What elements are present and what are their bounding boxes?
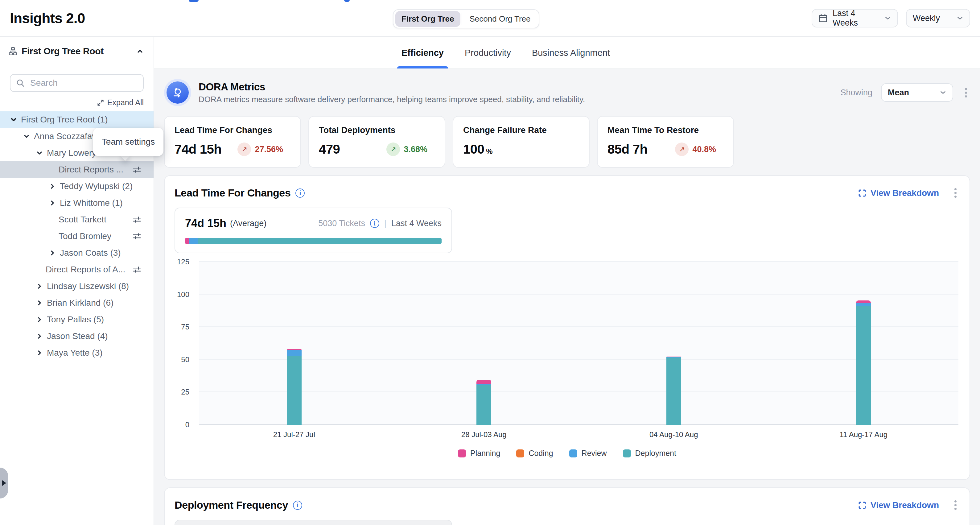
tree-item-direct-reports-of-a[interactable]: Direct Reports of A... bbox=[0, 261, 154, 278]
team-settings-icon[interactable] bbox=[133, 265, 141, 274]
bar-segment-review bbox=[287, 350, 302, 356]
date-range-select[interactable]: Last 4 Weeks bbox=[811, 9, 898, 27]
chevron-right-icon[interactable] bbox=[49, 183, 56, 190]
team-settings-icon[interactable] bbox=[133, 232, 141, 240]
org-tree-toggle: First Org Tree Second Org Tree bbox=[393, 9, 539, 29]
tree-item-todd-bromley[interactable]: Todd Bromley bbox=[0, 228, 154, 245]
legend-label: Deployment bbox=[635, 449, 676, 458]
info-icon[interactable]: i bbox=[293, 501, 302, 510]
chart-legend: PlanningCodingReviewDeployment bbox=[175, 449, 960, 458]
aggregation-select[interactable]: Mean bbox=[881, 83, 953, 102]
org-tab-second[interactable]: Second Org Tree bbox=[463, 11, 537, 27]
gridline bbox=[199, 261, 958, 262]
y-axis-tick-label: 0 bbox=[185, 420, 189, 429]
tree-item-first-org-tree-root[interactable]: First Org Tree Root (1) bbox=[0, 111, 154, 128]
tree-item-direct-reports[interactable]: Direct Reports ... bbox=[0, 161, 154, 178]
sidebar-collapse-chevron[interactable] bbox=[136, 48, 144, 55]
legend-item-deployment[interactable]: Deployment bbox=[623, 449, 676, 458]
chevron-right-icon[interactable] bbox=[49, 249, 56, 257]
chart-bar-column[interactable] bbox=[287, 262, 302, 425]
distribution-bar bbox=[185, 238, 442, 244]
legend-item-planning[interactable]: Planning bbox=[458, 449, 500, 458]
calendar-icon bbox=[818, 14, 828, 23]
chart-xlabels: 21 Jul-27 Jul28 Jul-03 Aug04 Aug-10 Aug1… bbox=[199, 430, 958, 440]
panel-kebab-menu[interactable] bbox=[951, 186, 960, 200]
sidebar-search[interactable] bbox=[10, 74, 144, 92]
card-unit: % bbox=[486, 147, 492, 156]
tree-item-label: Lindsay Liszewski (8) bbox=[47, 281, 129, 291]
view-breakdown-button[interactable]: View Breakdown bbox=[858, 500, 939, 510]
gridline bbox=[199, 294, 958, 294]
legend-item-review[interactable]: Review bbox=[569, 449, 607, 458]
legend-item-coding[interactable]: Coding bbox=[516, 449, 553, 458]
org-tab-first[interactable]: First Org Tree bbox=[395, 11, 460, 27]
arrow-up-right-icon: ↗ bbox=[387, 143, 400, 156]
y-axis-tick-label: 125 bbox=[177, 258, 189, 266]
tree-item-teddy-wylupski[interactable]: Teddy Wylupski (2) bbox=[0, 178, 154, 195]
card-title: Mean Time To Restore bbox=[608, 125, 724, 135]
search-input[interactable] bbox=[29, 78, 138, 89]
triangle-right-icon bbox=[2, 480, 6, 486]
view-breakdown-button[interactable]: View Breakdown bbox=[858, 188, 939, 198]
toggle-divider bbox=[461, 13, 462, 25]
chevron-down-icon[interactable] bbox=[36, 149, 43, 157]
tree-item-label: Jason Stead (4) bbox=[47, 331, 108, 341]
tab-efficiency[interactable]: Efficiency bbox=[401, 37, 444, 68]
chevron-right-icon[interactable] bbox=[49, 199, 56, 207]
info-icon[interactable]: i bbox=[370, 219, 379, 228]
tree-item-lindsay-liszewski[interactable]: Lindsay Liszewski (8) bbox=[0, 278, 154, 294]
chevron-down-icon[interactable] bbox=[23, 133, 30, 140]
chart-bar-column[interactable] bbox=[667, 262, 681, 425]
tree-item-jason-coats[interactable]: Jason Coats (3) bbox=[0, 245, 154, 261]
chevron-right-icon[interactable] bbox=[36, 316, 43, 323]
tab-productivity[interactable]: Productivity bbox=[465, 37, 511, 68]
legend-swatch bbox=[623, 449, 631, 457]
card-title: Total Deployments bbox=[319, 125, 435, 135]
chart-bar-column[interactable] bbox=[476, 262, 491, 425]
chevron-right-icon[interactable] bbox=[36, 299, 43, 307]
tab-business-alignment[interactable]: Business Alignment bbox=[532, 37, 610, 68]
search-icon bbox=[16, 79, 25, 87]
bar-segment-deployment bbox=[287, 356, 302, 425]
team-settings-icon[interactable] bbox=[133, 215, 141, 224]
tree-item-scott-tarkett[interactable]: Scott Tarkett bbox=[0, 211, 154, 228]
team-settings-tooltip: Team settings bbox=[93, 128, 164, 156]
tree-item-tony-pallas[interactable]: Tony Pallas (5) bbox=[0, 311, 154, 328]
panel-kebab-menu[interactable] bbox=[951, 498, 960, 512]
distribution-segment-review bbox=[189, 238, 198, 244]
expand-all-button[interactable]: Expand All bbox=[97, 98, 144, 107]
chevron-right-icon[interactable] bbox=[36, 283, 43, 290]
info-icon[interactable]: i bbox=[296, 188, 305, 198]
tree-item-liz-whittome[interactable]: Liz Whittome (1) bbox=[0, 195, 154, 211]
average-summary-box: 74d 15h (Average) 5030 Tickets i | Last … bbox=[175, 208, 452, 253]
dora-header: DORA Metrics DORA metrics measure softwa… bbox=[164, 78, 970, 107]
expand-corners-icon bbox=[858, 501, 866, 509]
chevron-down-icon[interactable] bbox=[10, 116, 17, 123]
y-axis-tick-label: 25 bbox=[181, 388, 189, 396]
card-title: Lead Time For Changes bbox=[175, 125, 291, 135]
dora-kebab-menu[interactable] bbox=[962, 86, 970, 100]
granularity-value: Weekly bbox=[913, 14, 940, 23]
team-settings-icon[interactable] bbox=[133, 165, 141, 174]
chart-bar-column[interactable] bbox=[856, 262, 871, 425]
tree-item-label: Jason Coats (3) bbox=[60, 248, 121, 258]
chevron-right-icon[interactable] bbox=[36, 349, 43, 356]
summary-range-label: Last 4 Weeks bbox=[391, 219, 442, 228]
tree-item-label: Direct Reports ... bbox=[59, 165, 123, 175]
y-axis-tick-label: 75 bbox=[181, 323, 189, 331]
tree-item-brian-kirkland[interactable]: Brian Kirkland (6) bbox=[0, 294, 154, 311]
chevron-right-icon[interactable] bbox=[36, 332, 43, 340]
main-area: Efficiency Productivity Business Alignme… bbox=[154, 37, 980, 525]
org-tree-icon bbox=[9, 47, 17, 56]
screen-edge-artifact bbox=[189, 0, 199, 2]
legend-swatch bbox=[458, 449, 466, 457]
legend-swatch bbox=[569, 449, 577, 457]
sidebar-expand-handle[interactable] bbox=[0, 468, 8, 498]
granularity-select[interactable]: Weekly bbox=[906, 9, 970, 27]
tree-item-jason-stead[interactable]: Jason Stead (4) bbox=[0, 328, 154, 345]
y-axis-tick-label: 50 bbox=[181, 355, 189, 364]
tree-item-maya-yette[interactable]: Maya Yette (3) bbox=[0, 345, 154, 361]
expand-all-label: Expand All bbox=[107, 98, 144, 107]
x-axis-tick-label: 04 Aug-10 Aug bbox=[649, 430, 698, 439]
card-title: Change Failure Rate bbox=[463, 125, 579, 135]
